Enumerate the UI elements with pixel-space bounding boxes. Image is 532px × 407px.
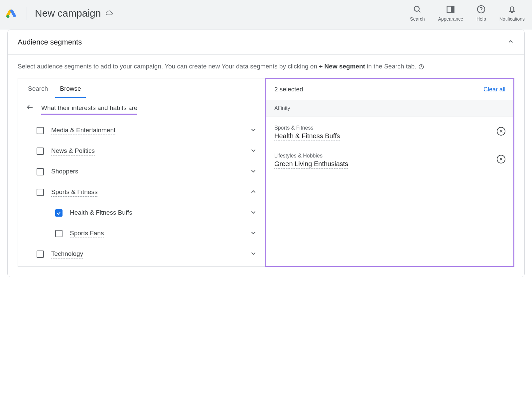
panel-desc-strong: + New segment <box>319 63 365 70</box>
selection-header: 2 selected Clear all <box>266 79 513 100</box>
panel-header[interactable]: Audience segments <box>8 30 524 55</box>
page-title: New campaign <box>35 8 113 19</box>
selected-item: Lifestyles & HobbiesGreen Living Enthusi… <box>266 147 513 175</box>
svg-rect-1 <box>10 9 16 17</box>
chevron-down-icon[interactable] <box>250 229 257 238</box>
segment-tabs: Search Browse <box>18 78 265 98</box>
browse-list: Media & EntertainmentNews & PoliticsShop… <box>18 118 265 266</box>
checkbox[interactable] <box>37 127 44 134</box>
appearance-icon <box>446 5 455 15</box>
chevron-down-icon[interactable] <box>250 250 257 258</box>
audience-segments-panel: Audience segments Select audience segmen… <box>7 30 525 277</box>
browse-item[interactable]: Media & Entertainment <box>18 120 265 141</box>
clear-all-button[interactable]: Clear all <box>483 86 505 93</box>
tab-browse[interactable]: Browse <box>60 85 81 98</box>
remove-button[interactable] <box>497 155 505 163</box>
search-tool-label: Search <box>410 16 425 22</box>
tab-search[interactable]: Search <box>28 85 48 98</box>
browse-item-label: Media & Entertainment <box>51 127 115 135</box>
browse-item[interactable]: Shoppers <box>18 161 265 182</box>
search-tool[interactable]: Search <box>410 5 425 22</box>
svg-point-8 <box>481 11 481 11</box>
chevron-down-icon[interactable] <box>250 209 257 217</box>
chevron-up-icon[interactable] <box>250 188 257 197</box>
checkbox[interactable] <box>55 230 63 237</box>
checkbox[interactable] <box>37 189 44 196</box>
vertical-divider <box>27 7 27 20</box>
help-tool[interactable]: Help <box>476 5 486 22</box>
breadcrumb: What their interests and habits are <box>18 98 265 118</box>
svg-rect-6 <box>451 6 454 13</box>
selected-item-group: Sports & Fitness <box>274 125 340 131</box>
browse-item[interactable]: Sports Fans <box>18 223 265 244</box>
browse-item[interactable]: Sports & Fitness <box>18 182 265 203</box>
bell-icon <box>507 5 517 15</box>
google-ads-logo-icon <box>5 8 17 19</box>
chevron-down-icon[interactable] <box>250 147 257 155</box>
browse-item-label: Sports & Fitness <box>51 188 97 197</box>
svg-line-4 <box>419 11 421 13</box>
panel-desc-a: Select audience segments to add to your … <box>18 63 319 70</box>
notifications-tool[interactable]: Notifications <box>499 5 525 22</box>
browse-item[interactable]: News & Politics <box>18 141 265 161</box>
selected-item-name: Health & Fitness Buffs <box>274 132 340 141</box>
help-icon <box>476 5 486 15</box>
panel-title: Audience segments <box>18 38 82 47</box>
segments-box: Search Browse What their interests and h… <box>18 78 514 267</box>
selection-category: Affinity <box>266 100 513 117</box>
svg-point-3 <box>414 6 419 11</box>
chevron-down-icon[interactable] <box>250 167 257 176</box>
browse-item-label: News & Politics <box>51 147 95 155</box>
selected-item-name: Green Living Enthusiasts <box>274 160 348 169</box>
search-icon <box>413 5 422 15</box>
selected-list: Sports & FitnessHealth & Fitness BuffsLi… <box>266 117 513 177</box>
checkbox[interactable] <box>55 209 63 217</box>
browse-column: Search Browse What their interests and h… <box>18 78 265 266</box>
svg-point-2 <box>6 15 9 18</box>
back-arrow-icon[interactable] <box>26 103 34 113</box>
checkbox[interactable] <box>37 168 44 175</box>
browse-item-label: Health & Fitness Buffs <box>70 209 132 217</box>
page-title-text: New campaign <box>35 8 101 19</box>
cloud-icon <box>105 8 113 19</box>
selected-item: Sports & FitnessHealth & Fitness Buffs <box>266 119 513 147</box>
browse-item-label: Shoppers <box>51 168 78 176</box>
appearance-tool[interactable]: Appearance <box>438 5 463 22</box>
selected-item-group: Lifestyles & Hobbies <box>274 153 348 159</box>
chevron-down-icon[interactable] <box>250 126 257 135</box>
svg-point-10 <box>421 68 421 68</box>
checkbox[interactable] <box>37 148 44 155</box>
browse-item[interactable]: Technology <box>18 244 265 264</box>
help-tool-label: Help <box>476 16 486 22</box>
selection-column: 2 selected Clear all Affinity Sports & F… <box>265 78 514 267</box>
selection-count: 2 selected <box>274 86 303 93</box>
top-bar: New campaign Search Appearance Help N <box>0 0 532 23</box>
notifications-tool-label: Notifications <box>499 16 525 22</box>
appearance-tool-label: Appearance <box>438 16 463 22</box>
chevron-up-icon <box>507 38 514 47</box>
help-circle-icon[interactable] <box>418 64 424 70</box>
panel-description: Select audience segments to add to your … <box>8 55 524 75</box>
browse-item-label: Sports Fans <box>70 230 104 238</box>
breadcrumb-text: What their interests and habits are <box>41 104 137 112</box>
browse-item-label: Technology <box>51 250 83 258</box>
panel-desc-b: in the Search tab. <box>365 63 418 70</box>
browse-item[interactable]: Health & Fitness Buffs <box>18 203 265 223</box>
checkbox[interactable] <box>37 251 44 258</box>
remove-button[interactable] <box>497 127 505 136</box>
